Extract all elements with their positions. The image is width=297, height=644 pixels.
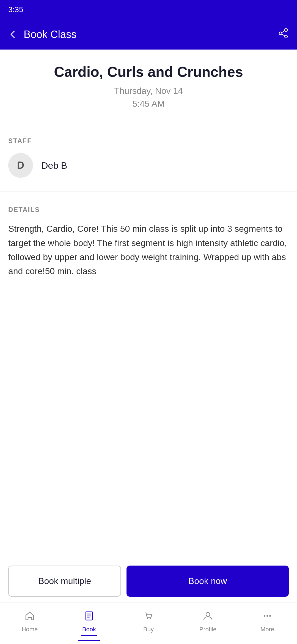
staff-name: Deb B [41,160,67,171]
nav-buy[interactable]: Buy [119,608,178,636]
status-time: 3:35 [8,5,23,14]
nav-more-label: More [260,626,274,633]
svg-point-9 [147,618,148,619]
nav-profile[interactable]: Profile [178,608,238,636]
header-left: Book Class [8,29,76,40]
bottom-actions: Book multiple Book now Home Book [0,560,297,644]
book-icon [84,611,94,624]
staff-avatar: D [8,153,33,178]
svg-point-13 [266,615,268,617]
share-icon[interactable] [278,28,289,41]
svg-line-4 [282,34,285,36]
book-now-button[interactable]: Book now [127,566,289,597]
details-text: Strength, Cardio, Core! This 50 min clas… [8,222,289,278]
svg-point-11 [206,612,210,616]
details-section: DETAILS Strength, Cardio, Core! This 50 … [0,198,297,286]
nav-book[interactable]: Book [59,608,119,636]
buy-icon [143,611,154,624]
staff-item: D Deb B [8,153,289,178]
divider-middle [0,192,297,192]
svg-point-0 [285,29,287,31]
svg-line-3 [282,31,285,32]
staff-section: STAFF D Deb B [0,129,297,186]
svg-point-2 [285,35,287,38]
main-content: Cardio, Curls and Crunches Thursday, Nov… [0,50,297,644]
book-buttons: Book multiple Book now [0,560,297,602]
book-multiple-button[interactable]: Book multiple [8,566,121,597]
header-title: Book Class [24,29,76,40]
nav-more[interactable]: More [238,608,297,636]
profile-icon [203,611,213,624]
class-date: Thursday, Nov 14 [8,86,289,96]
more-icon [262,611,273,624]
staff-label: STAFF [8,137,289,145]
header: Book Class [0,19,297,50]
status-bar: 3:35 [0,0,297,19]
back-button[interactable] [8,29,18,39]
nav-book-label: Book [82,626,96,633]
svg-point-1 [279,32,282,35]
nav-profile-label: Profile [199,626,216,633]
class-title: Cardio, Curls and Crunches [8,63,289,80]
svg-point-10 [150,618,151,619]
nav-buy-label: Buy [143,626,154,633]
home-icon [24,611,35,624]
nav-home[interactable]: Home [0,608,59,636]
class-title-section: Cardio, Curls and Crunches Thursday, Nov… [0,50,297,117]
details-label: DETAILS [8,206,289,214]
divider-top [0,123,297,123]
class-time: 5:45 AM [8,99,289,109]
svg-point-14 [269,615,271,617]
svg-point-12 [264,615,265,617]
nav-home-label: Home [22,626,38,633]
bottom-nav: Home Book Buy [0,602,297,644]
